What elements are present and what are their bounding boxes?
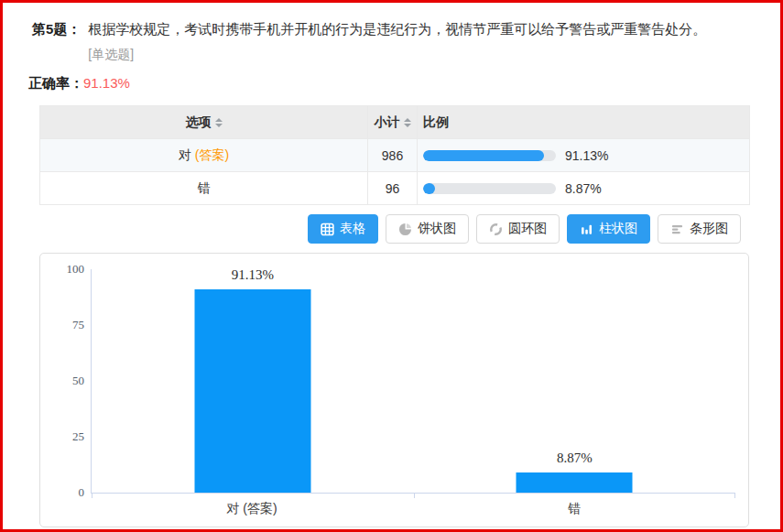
progress-fill: [423, 183, 435, 194]
pie-icon: [398, 223, 412, 236]
category-label: 错: [413, 501, 735, 517]
count-cell: 96: [368, 172, 418, 205]
ratio-cell: 91.13%: [418, 139, 750, 172]
page-frame: 第5题： 根据学校规定，考试时携带手机并开机的行为是违纪行为，视情节严重可以给予…: [0, 0, 783, 532]
answer-tag: (答案): [195, 147, 229, 162]
hbar-icon: [670, 223, 684, 236]
category-label: 对 (答案): [91, 501, 413, 517]
bar-column: 91.13%: [92, 269, 414, 493]
y-axis-tick: 50: [53, 374, 84, 388]
percent-label: 91.13%: [565, 148, 608, 163]
option-cell: 错: [40, 172, 368, 205]
option-cell: 对 (答案): [40, 139, 368, 172]
sort-icon[interactable]: [215, 118, 223, 127]
accuracy-row: 正确率：91.13%: [28, 75, 780, 92]
x-axis-tick: [734, 494, 735, 498]
x-axis-tick: [92, 494, 92, 498]
table-row: 错 96 8.87%: [40, 172, 750, 205]
chart-type-toolbar: 表格 饼状图 圆环图 柱状图 条形图: [3, 214, 741, 244]
donut-icon: [489, 223, 503, 236]
pie-chart-button[interactable]: 饼状图: [386, 214, 469, 244]
chart-bar: [194, 289, 310, 493]
table-view-button[interactable]: 表格: [308, 214, 378, 244]
progress-track: [423, 150, 556, 161]
question-text: 根据学校规定，考试时携带手机并开机的行为是违纪行为，视情节严重可以给予警告或严重…: [88, 19, 706, 39]
column-icon: [580, 223, 593, 236]
percent-label: 8.87%: [565, 181, 602, 196]
question-body: 根据学校规定，考试时携带手机并开机的行为是违纪行为，视情节严重可以给予警告或严重…: [88, 19, 706, 64]
column-chart-button[interactable]: 柱状图: [567, 214, 650, 244]
header-count[interactable]: 小计: [368, 106, 418, 139]
ratio-cell: 8.87%: [418, 172, 750, 205]
donut-chart-button[interactable]: 圆环图: [476, 214, 560, 244]
x-axis-tick: [414, 494, 415, 498]
header-option[interactable]: 选项: [40, 106, 368, 139]
question-type-tag: [单选题]: [88, 44, 706, 64]
y-axis-tick: 25: [53, 429, 84, 444]
accuracy-label: 正确率：: [28, 75, 83, 91]
y-axis-tick: 100: [53, 262, 84, 277]
bar-chart: 100 75 50 25 0 91.13% 8.87% 对 (答案) 错: [39, 253, 749, 527]
question-number: 第5题：: [32, 19, 81, 64]
y-axis-tick: 0: [53, 485, 84, 500]
table-icon: [321, 223, 334, 236]
table-header-row: 选项 小计 比例: [40, 106, 750, 139]
progress-fill: [423, 150, 544, 161]
chart-plot-area: 100 75 50 25 0 91.13% 8.87%: [91, 269, 735, 494]
hbar-chart-button[interactable]: 条形图: [658, 214, 741, 244]
header-ratio: 比例: [418, 106, 750, 139]
x-axis-labels: 对 (答案) 错: [91, 501, 735, 517]
bar-value-label: 91.13%: [232, 267, 274, 283]
sort-icon[interactable]: [404, 118, 411, 127]
y-axis-tick: 75: [53, 318, 84, 332]
results-table: 选项 小计 比例 对 (答案) 986 91.13%: [39, 105, 750, 205]
accuracy-value: 91.13%: [83, 75, 130, 91]
progress-track: [423, 183, 556, 194]
bar-column: 8.87%: [414, 269, 736, 493]
table-row: 对 (答案) 986 91.13%: [40, 139, 750, 172]
chart-bar: [517, 472, 633, 493]
count-cell: 986: [368, 139, 418, 172]
bar-value-label: 8.87%: [557, 451, 593, 466]
question-header: 第5题： 根据学校规定，考试时携带手机并开机的行为是违纪行为，视情节严重可以给予…: [32, 19, 780, 64]
